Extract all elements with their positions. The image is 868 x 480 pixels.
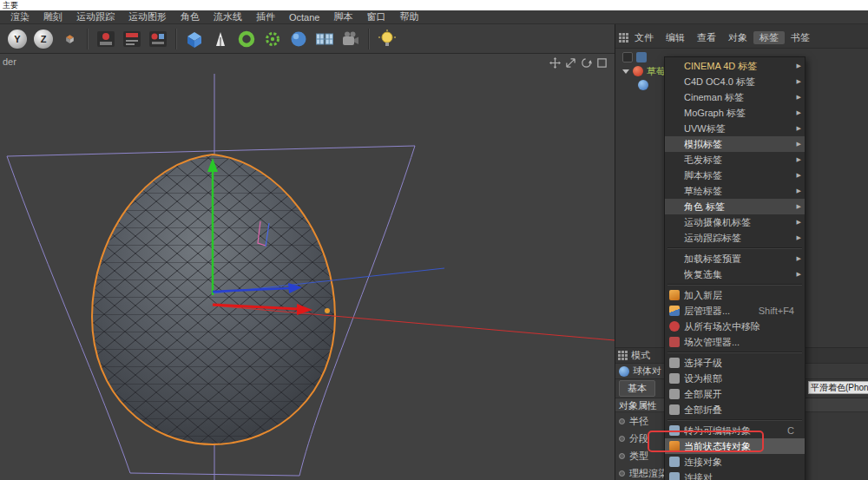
am-mode-menu[interactable]: 模式	[631, 349, 650, 362]
attr-label: 理想渲染	[629, 467, 667, 480]
camera-button[interactable]	[339, 27, 363, 51]
connect-objects-delete-icon	[669, 472, 680, 480]
menu-item-script-tags[interactable]: 脚本标签 ▶	[665, 168, 805, 183]
scene-icon[interactable]	[622, 52, 633, 62]
add-cube-button[interactable]	[182, 27, 207, 51]
viewport-label: der	[3, 56, 16, 67]
viewport-rotate-icon[interactable]	[581, 57, 592, 69]
layer-manager-icon	[669, 306, 680, 316]
menu-script[interactable]: 脚本	[326, 10, 359, 23]
viewport-pan-icon[interactable]	[549, 57, 561, 69]
menu-item-uvw-tags[interactable]: UVW标签 ▶	[665, 121, 805, 136]
simulation-gear-button[interactable]	[260, 27, 285, 51]
menu-item-take-manager[interactable]: 场次管理器...	[665, 334, 805, 350]
om-menu-edit[interactable]: 编辑	[660, 31, 691, 44]
keyframe-dot-icon[interactable]	[619, 470, 625, 477]
blank-icon	[669, 253, 680, 264]
render-settings-button[interactable]	[120, 27, 144, 51]
menu-item-label: 模拟标签	[684, 138, 793, 151]
blue-sphere-icon	[288, 29, 309, 49]
om-menu-objects[interactable]: 对象	[722, 31, 753, 44]
menu-item-sketch-tags[interactable]: 草绘标签 ▶	[665, 183, 805, 199]
menu-item-cineman-tags[interactable]: Cineman 标签 ▶	[665, 89, 805, 105]
menu-item-current-state-to-object[interactable]: 当前状态转对象	[665, 438, 805, 454]
viewport-zoom-icon[interactable]	[565, 57, 576, 69]
om-menu-view[interactable]: 查看	[691, 31, 722, 44]
menu-pipeline[interactable]: 流水线	[207, 10, 249, 23]
keyframe-dot-icon[interactable]	[619, 418, 625, 424]
perspective-viewport[interactable]: der	[0, 54, 615, 480]
floor-sky-panes-icon	[314, 29, 335, 49]
menu-item-make-editable[interactable]: 转为可编辑对象 C	[665, 423, 805, 438]
menu-octane[interactable]: Octane	[282, 12, 326, 23]
om-menu-tags[interactable]: 标签	[753, 31, 785, 44]
deformer-sphere-button[interactable]	[286, 27, 311, 51]
menu-item-character-tags[interactable]: 角色 标签 ▶	[665, 199, 805, 214]
spline-pen-button[interactable]	[208, 27, 233, 51]
menu-item-motion-tracker-tags[interactable]: 运动跟踪标签 ▶	[665, 230, 805, 246]
menu-item-label: 连接对象	[684, 456, 801, 469]
keyframe-dot-icon[interactable]	[619, 453, 625, 459]
menu-item-load-tag-preset[interactable]: 加载标签预置 ▶	[665, 251, 805, 266]
menu-item-connect-objects[interactable]: 连接对象	[665, 454, 805, 470]
tags-context-menu: CINEMA 4D 标签 ▶ C4D OC4.0 标签 ▶ Cineman 标签…	[664, 56, 806, 480]
panel-grid-icon[interactable]	[618, 351, 628, 360]
viewport-maximize-icon[interactable]	[596, 57, 608, 69]
menu-mograph[interactable]: 运动图形	[122, 10, 174, 23]
menu-item-restore-selection[interactable]: 恢复选集 ▶	[665, 266, 805, 282]
keyframe-dot-icon[interactable]	[619, 436, 625, 442]
menu-item-connect-objects-delete[interactable]: 连接对	[665, 470, 805, 480]
expand-arrow-icon[interactable]	[622, 69, 629, 74]
environment-button[interactable]	[312, 27, 337, 51]
submenu-arrow-icon: ▶	[797, 187, 801, 194]
main-menu-bar: 渲染 雕刻 运动跟踪 运动图形 角色 流水线 插件 Octane 脚本 窗口 帮…	[0, 10, 868, 24]
menu-item-mograph-tags[interactable]: MoGraph 标签 ▶	[665, 105, 805, 121]
menu-render[interactable]: 渲染	[3, 10, 36, 23]
menu-window[interactable]: 窗口	[359, 10, 392, 23]
menu-sculpt[interactable]: 雕刻	[36, 10, 69, 23]
interactive-render-button[interactable]	[146, 27, 170, 51]
menu-item-label: 选择子级	[684, 357, 801, 370]
om-menu-bookmarks[interactable]: 书签	[785, 31, 816, 44]
sphere-object-icon	[638, 80, 648, 90]
menu-item-add-to-new-layer[interactable]: 加入新层	[665, 287, 805, 303]
tab-basic[interactable]: 基本	[619, 380, 655, 397]
menu-separator	[667, 419, 802, 421]
cinema4d-window: 主要 渲染 雕刻 运动跟踪 运动图形 角色 流水线 插件 Octane 脚本 窗…	[0, 0, 868, 480]
menu-item-cinema4d-tags[interactable]: CINEMA 4D 标签 ▶	[665, 58, 805, 74]
menu-item-hair-tags[interactable]: 毛发标签 ▶	[665, 152, 805, 168]
mograph-button[interactable]	[234, 27, 259, 51]
workplane-cube-button[interactable]	[57, 27, 82, 51]
render-view-button[interactable]	[94, 27, 118, 51]
menu-character[interactable]: 角色	[174, 10, 207, 23]
y-axis-ball-button[interactable]: Y	[5, 27, 30, 51]
menu-item-layer-manager[interactable]: 层管理器... Shift+F4	[665, 303, 805, 319]
menu-plugins[interactable]: 插件	[249, 10, 282, 23]
cube-primitive-icon	[184, 29, 205, 49]
composition-icon[interactable]	[636, 52, 647, 62]
submenu-arrow-icon: ▶	[797, 203, 801, 210]
menu-item-fold-all[interactable]: 全部折叠	[665, 402, 805, 418]
menu-item-c4doc-tags[interactable]: C4D OC4.0 标签 ▶	[665, 74, 805, 89]
menu-item-motion-camera-tags[interactable]: 运动摄像机标签 ▶	[665, 214, 805, 230]
z-axis-ball-button[interactable]: Z	[31, 27, 56, 51]
menu-motion-tracker[interactable]: 运动跟踪	[69, 10, 122, 23]
blank-icon	[669, 139, 680, 149]
viewport-canvas[interactable]	[0, 54, 615, 480]
panel-grid-icon[interactable]	[619, 33, 628, 43]
menu-item-select-children[interactable]: 选择子级	[665, 355, 805, 371]
menu-item-unfold-all[interactable]: 全部展开	[665, 386, 805, 402]
menu-item-simulation-tags[interactable]: 模拟标签 ▶	[665, 136, 805, 152]
om-menu-file[interactable]: 文件	[628, 31, 660, 44]
menu-item-label: 转为可编辑对象	[684, 424, 784, 437]
tree-row-sphere[interactable]	[638, 78, 648, 92]
blank-icon	[669, 233, 680, 243]
menu-item-set-as-root[interactable]: 设为根部	[665, 371, 805, 386]
menu-help[interactable]: 帮助	[392, 10, 425, 23]
menu-item-remove-from-all-takes[interactable]: 从所有场次中移除	[665, 319, 805, 334]
scale-handle-dot[interactable]	[325, 308, 330, 313]
light-button[interactable]	[375, 27, 399, 51]
select-children-icon	[669, 358, 680, 368]
blank-icon	[669, 269, 680, 279]
y-axis-icon: Y	[8, 30, 27, 49]
